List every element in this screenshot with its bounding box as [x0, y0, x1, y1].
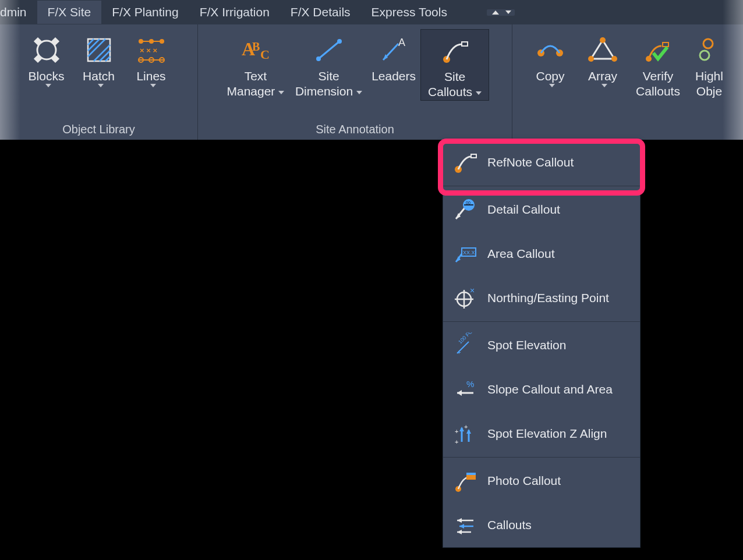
svg-point-25 [316, 56, 321, 61]
svg-marker-78 [457, 530, 462, 534]
svg-marker-76 [459, 524, 464, 529]
blocks-label: Blocks [29, 69, 65, 84]
hatch-icon [82, 33, 116, 68]
dd-separator [443, 457, 640, 458]
tab-fx-irrigation[interactable]: F/X Irrigation [189, 1, 280, 24]
tab-express-tools[interactable]: Express Tools [361, 1, 458, 24]
site-dimension-icon [312, 33, 346, 68]
dd-item-slope-callout[interactable]: % Slope Callout and Area [443, 367, 640, 412]
svg-point-36 [611, 56, 617, 62]
svg-rect-31 [462, 42, 468, 46]
site-callouts-label-2: Callouts [428, 85, 472, 98]
svg-line-7 [88, 39, 100, 51]
dropdown-icon [45, 84, 51, 87]
lines-label: Lines [136, 69, 165, 84]
text-manager-button[interactable]: A B C Text Manager [221, 29, 291, 100]
text-manager-label-1: Text [245, 69, 267, 84]
leaders-icon: A [376, 33, 411, 68]
svg-rect-72 [466, 473, 476, 475]
panel-label-object-library: Object Library [62, 120, 135, 140]
highlight-label-1: Highl [695, 69, 723, 84]
dd-item-refnote-callout[interactable]: RefNote Callout [443, 140, 640, 185]
svg-text:× × ×: × × × [140, 46, 157, 55]
dd-item-northing-easting[interactable]: × Northing/Easting Point [443, 276, 640, 320]
minimize-up-icon [492, 10, 499, 15]
hatch-label: Hatch [83, 69, 115, 84]
detail-callout-icon: 00 [451, 196, 479, 224]
dd-label: Detail Callout [487, 203, 560, 217]
site-callouts-label-1: Site [444, 69, 465, 84]
dd-label: Callouts [487, 518, 532, 532]
svg-rect-4 [51, 55, 59, 63]
slope-callout-icon: % [451, 375, 479, 403]
array-label: Array [588, 69, 617, 84]
verify-callouts-label-2: Callouts [636, 84, 680, 99]
dd-label: Spot Elevation Z Align [487, 427, 607, 441]
refnote-callout-icon [451, 148, 479, 176]
highlight-label-2: Obje [696, 84, 722, 99]
array-button[interactable]: Array [576, 29, 629, 87]
svg-marker-64 [459, 427, 464, 431]
dropdown-icon [476, 91, 482, 95]
svg-text:100 FG: 100 FG [457, 332, 473, 345]
svg-text:+: + [464, 423, 468, 430]
svg-point-0 [37, 41, 56, 59]
svg-line-8 [88, 39, 94, 45]
dropdown-icon [98, 84, 104, 87]
text-manager-label-2: Manager [227, 84, 275, 98]
dd-item-spot-elevation[interactable]: + 100 FG Spot Elevation [443, 323, 640, 367]
copy-icon [533, 33, 568, 68]
dropdown-icon [356, 91, 362, 94]
dd-item-photo-callout[interactable]: Photo Callout [443, 459, 640, 503]
svg-text:+: + [455, 428, 458, 435]
hatch-button[interactable]: Hatch [73, 29, 125, 87]
blocks-button[interactable]: Blocks [20, 29, 73, 87]
site-callouts-dropdown: RefNote Callout 00 Detail Callout [443, 140, 641, 548]
copy-button[interactable]: Copy [524, 29, 576, 87]
tab-fx-details[interactable]: F/X Details [280, 1, 361, 24]
svg-point-35 [600, 37, 606, 43]
dd-label: Photo Callout [487, 474, 561, 488]
spot-elevation-icon: + 100 FG [451, 331, 479, 359]
svg-point-26 [337, 39, 342, 44]
tab-admin[interactable]: dmin [0, 1, 37, 24]
svg-line-10 [100, 51, 110, 61]
dd-item-area-callout[interactable]: XX.X Area Callout [443, 232, 640, 276]
lines-button[interactable]: × × × Lines [125, 29, 178, 87]
blocks-icon [29, 33, 64, 68]
dd-label: Slope Callout and Area [487, 382, 613, 396]
site-dimension-label-2: Dimension [295, 84, 353, 98]
site-dimension-label-1: Site [318, 69, 339, 84]
dd-label: Area Callout [487, 247, 555, 261]
ribbon-tabbar: dmin F/X Site F/X Planting F/X Irrigatio… [0, 0, 743, 24]
svg-rect-3 [33, 55, 41, 63]
ribbon-row: Blocks H [0, 24, 743, 140]
dd-item-detail-callout[interactable]: 00 Detail Callout [443, 187, 640, 232]
ribbon-minimize-control[interactable] [487, 9, 515, 16]
dd-label: Spot Elevation [487, 338, 566, 352]
dd-label: RefNote Callout [487, 155, 574, 169]
svg-text:×: × [470, 286, 475, 295]
site-dimension-button[interactable]: Site Dimension [291, 29, 367, 100]
dd-separator [443, 186, 640, 186]
highlight-object-button[interactable]: Highl Obje [687, 29, 731, 100]
panel-label-tools [626, 120, 629, 140]
svg-marker-61 [457, 390, 462, 396]
verify-callouts-button[interactable]: Verify Callouts [629, 29, 687, 100]
svg-point-40 [703, 39, 713, 48]
text-manager-icon: A B C [238, 33, 273, 68]
leaders-button[interactable]: A Leaders [367, 29, 420, 84]
tab-fx-site[interactable]: F/X Site [37, 1, 102, 24]
tab-fx-planting[interactable]: F/X Planting [101, 1, 189, 24]
verify-callouts-label-1: Verify [643, 69, 674, 84]
dd-item-spot-z-align[interactable]: + + + Spot Elevation Z Align [443, 412, 640, 456]
site-callouts-button[interactable]: Site Callouts [420, 29, 489, 101]
dd-item-callouts[interactable]: Callouts [443, 503, 640, 547]
svg-text:+: + [457, 349, 461, 356]
area-callout-icon: XX.X [451, 240, 479, 268]
array-icon [585, 33, 620, 68]
svg-text:00: 00 [466, 201, 470, 205]
svg-text:A: A [398, 37, 405, 48]
highlight-icon [692, 33, 727, 68]
northing-easting-icon: × [451, 284, 479, 312]
